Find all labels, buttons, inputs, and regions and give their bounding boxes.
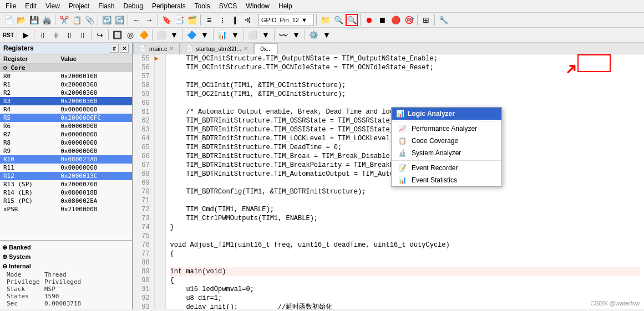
cut-btn[interactable]: ✂️ — [58, 14, 70, 26]
save-all-btn[interactable]: 🖨️ — [40, 14, 53, 26]
menu-window[interactable]: Window — [242, 1, 273, 11]
sep18 — [244, 29, 244, 40]
stats-label: Event Statistics — [412, 176, 457, 184]
dropdown-item-perf[interactable]: 📈 Performance Analyzer — [392, 123, 501, 135]
view-btn1[interactable]: ⬜ — [155, 29, 167, 41]
undo-btn[interactable]: ↩️ — [100, 14, 113, 26]
view-btn5[interactable]: ▼ — [260, 29, 272, 41]
view-btn4[interactable]: ⬜ — [246, 29, 258, 41]
dropdown-item-coverage[interactable]: 📋 Code Coverage — [392, 135, 501, 147]
search-analyzer-btn[interactable]: 🔍 — [346, 14, 358, 26]
record-btn[interactable]: ⏺ — [363, 14, 375, 26]
save-btn[interactable]: 💾 — [28, 14, 40, 26]
debug-btn4[interactable]: 🔶 — [138, 29, 150, 41]
sep10 — [434, 14, 435, 26]
tab-main-icon: 📄 — [139, 45, 147, 52]
registers-panel: Registers # ✕ Register Value ⊖ CoreR00x2… — [0, 43, 133, 309]
menu-tools[interactable]: Tools — [191, 1, 214, 11]
nav-back-btn[interactable]: ← — [130, 14, 143, 26]
perf-label: Performance Analyzer — [412, 125, 477, 132]
view-dropdown[interactable]: ▼ — [168, 29, 180, 41]
paste-btn[interactable]: 📎 — [83, 14, 95, 26]
dropdown-header[interactable]: 📊 Logic Analyzer — [392, 108, 501, 120]
menu-peripherals[interactable]: Peripherals — [149, 1, 189, 11]
toolbar1: 📄 📂 💾 🖨️ ✂️ 📋 📎 ↩️ ↪️ ← → 🔖 📑 🗂️ — [0, 13, 644, 28]
menu-svcs[interactable]: SVCS — [216, 1, 241, 11]
list-item: void Adjust_TIM1(uint16_t freq, uint16_t… — [170, 241, 640, 249]
redo-btn[interactable]: ↪️ — [113, 14, 125, 26]
dropdown-item-system[interactable]: 🔬 System Analyzer — [392, 147, 501, 159]
t1-btn[interactable]: 📁 — [319, 14, 331, 26]
reset-btn[interactable]: RST — [2, 29, 14, 41]
wave-btn[interactable]: 〰️ — [277, 29, 289, 41]
align4-btn[interactable]: ⫷ — [241, 14, 253, 26]
analyzer-dropdown[interactable]: ▼ — [229, 29, 241, 41]
analyzer-btn[interactable]: 📊 — [216, 29, 228, 41]
wave-dropdown[interactable]: ▼ — [290, 29, 302, 41]
align-btn[interactable]: ≡ — [203, 14, 215, 26]
t2-btn[interactable]: 🔍 — [332, 14, 344, 26]
list-item: { — [170, 276, 640, 285]
gpio-value: GPIO_Pin_12 — [261, 17, 299, 23]
system-section[interactable]: ⊕ System — [2, 252, 130, 262]
banked-section[interactable]: ⊕ Banked — [2, 243, 130, 252]
code-editor[interactable]: 5556575859606162636465666768697071727374… — [133, 54, 644, 309]
sep5 — [200, 14, 201, 26]
target-btn[interactable]: 🎯 — [403, 14, 415, 26]
menu-debug[interactable]: Debug — [120, 1, 146, 11]
menu-flash[interactable]: Flash — [95, 1, 118, 11]
menu-file[interactable]: File — [2, 1, 19, 11]
extra-btn[interactable]: ⚙️ — [307, 29, 320, 41]
menu-help[interactable]: Help — [275, 1, 296, 11]
recorder-label: Event Recorder — [412, 164, 458, 172]
close-panel-btn[interactable]: ✕ — [120, 44, 129, 53]
bookmark3-btn[interactable]: 🗂️ — [186, 14, 198, 26]
tab-startup[interactable]: 📄 startup_stm32f... ✕ — [180, 43, 254, 54]
nav-fwd-btn[interactable]: → — [143, 14, 155, 26]
extra-dropdown[interactable]: ▼ — [321, 29, 333, 41]
dropdown-item-stats[interactable]: 📊 Event Statistics — [392, 174, 501, 186]
align2-btn[interactable]: ⫶ — [216, 14, 228, 26]
table-row: R70x00000000 — [0, 130, 132, 139]
step-out-btn[interactable]: {} — [63, 29, 75, 41]
step-instr-btn[interactable]: {} — [77, 29, 89, 41]
list-item: PrivilegePrivileged — [7, 278, 130, 285]
menu-project[interactable]: Project — [65, 1, 93, 11]
view-btn2[interactable]: 🔷 — [185, 29, 197, 41]
align3-btn[interactable]: ‖ — [229, 14, 241, 26]
tab-main-close[interactable]: ✕ — [169, 45, 174, 52]
table-row: R13 (SP)0x20000760 — [0, 180, 132, 188]
copy-btn[interactable]: 📋 — [70, 14, 83, 26]
tab-main-c[interactable]: 📄 main.c ✕ — [133, 43, 180, 54]
menu-edit[interactable]: Edit — [22, 1, 40, 11]
open-btn[interactable]: 📂 — [15, 14, 27, 26]
debug-btn1[interactable]: ↪ — [94, 29, 106, 41]
step-into-btn[interactable]: {} — [37, 29, 49, 41]
tab-hex[interactable]: 0x... — [254, 43, 278, 54]
pin-btn[interactable]: # — [110, 44, 119, 53]
view-btn3[interactable]: ▼ — [199, 29, 211, 41]
list-item: TIM_CtrlPWMOutputs(TIM1, ENABLE); — [170, 214, 640, 223]
dropdown-header-label: Logic Analyzer — [408, 110, 455, 118]
grid-btn[interactable]: ⊞ — [420, 14, 432, 26]
perf-icon: 📈 — [398, 125, 407, 132]
circle-btn[interactable]: ⏹ — [376, 14, 388, 26]
new-file-btn[interactable]: 📄 — [2, 14, 14, 26]
sep7 — [316, 14, 317, 26]
stop-btn[interactable]: 🔴 — [389, 14, 402, 26]
bookmark-btn[interactable]: 🔖 — [160, 14, 173, 26]
run-btn[interactable]: ▶ — [19, 29, 32, 41]
tab-startup-close[interactable]: ✕ — [244, 45, 248, 52]
menu-view[interactable]: View — [42, 1, 63, 11]
gpio-dropdown[interactable]: GPIO_Pin_12 ▼ — [258, 14, 314, 26]
debug-btn2[interactable]: 🔲 — [111, 29, 123, 41]
dropdown-item-recorder[interactable]: 📝 Event Recorder — [392, 162, 501, 174]
step-over-btn[interactable]: {} — [50, 29, 62, 41]
bookmark2-btn[interactable]: 📑 — [173, 14, 185, 26]
internal-section[interactable]: ⊖ Internal — [2, 262, 130, 271]
table-row: R90x00000000 — [0, 147, 132, 155]
system-label: System Analyzer — [412, 149, 461, 157]
list-item: u16 ledOpwmval=0; — [170, 285, 640, 294]
debug-btn3[interactable]: ◎ — [124, 29, 136, 41]
settings-btn[interactable]: 🔧 — [437, 14, 449, 26]
